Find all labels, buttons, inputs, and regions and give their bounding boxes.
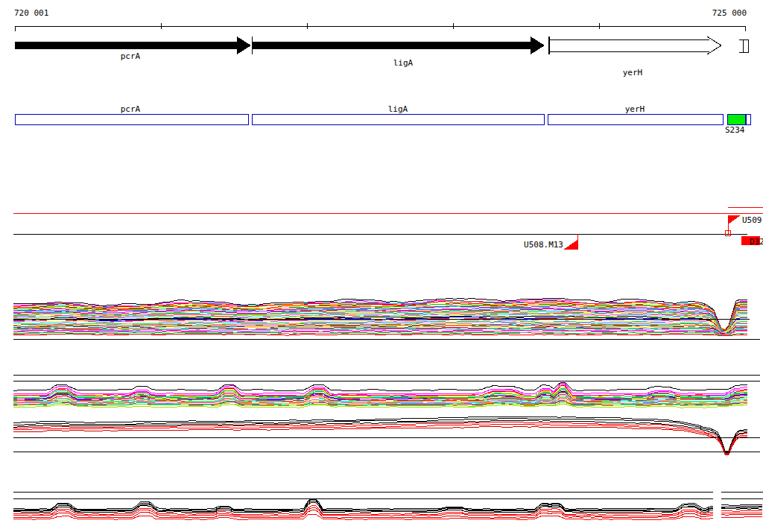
profile-line (13, 417, 747, 451)
expression-profile-band-2 (13, 375, 760, 408)
marker-label-u508: U508.M13 (522, 240, 563, 250)
ruler-start-coordinate: 720 001 (14, 8, 48, 18)
flag-icon (563, 240, 577, 250)
gene-arrow-ligA[interactable] (253, 37, 545, 54)
gene-arrow-yerH[interactable] (549, 37, 721, 54)
genome-browser-view: 720 001 725 000 pcrA ligA yerH pcrA ligA… (0, 0, 763, 532)
gene-box-pcrA[interactable] (15, 114, 248, 124)
insertion-label-s234: S234 (725, 125, 745, 135)
profile-line (13, 382, 747, 390)
expression-profile-band-1 (13, 298, 760, 339)
gene-box-S234[interactable] (727, 114, 745, 124)
gene-box-yerH[interactable] (548, 114, 723, 124)
marker-label-u509: U509. (742, 215, 763, 225)
marker-flag-0[interactable] (563, 234, 577, 250)
marker-flag-1[interactable] (725, 215, 741, 235)
gene-box-label-liga: ligA (376, 104, 420, 114)
profile-line (13, 420, 747, 453)
conservation-profile-2 (13, 492, 763, 519)
genome-browser-canvas (0, 0, 763, 532)
cursor-bar[interactable] (713, 478, 721, 532)
profile-line (13, 426, 747, 455)
gene-arrow-partial[interactable] (743, 39, 748, 52)
gene-arrow-label-pcra: pcrA (108, 51, 153, 61)
gene-arrow-label-liga: ligA (381, 58, 425, 68)
ruler-end-coordinate: 725 000 (706, 8, 747, 18)
gene-box-ligA[interactable] (252, 114, 544, 124)
conservation-profile-1 (13, 417, 760, 455)
gene-box-label-yerh: yerH (612, 104, 657, 114)
marker-label-d32: D32 (750, 237, 763, 247)
flag-icon (728, 215, 741, 224)
profile-line (13, 498, 762, 509)
gene-box-label-pcra: pcrA (108, 104, 153, 114)
gene-box-fragment[interactable] (746, 114, 750, 124)
gene-arrow-label-yerh: yerH (610, 68, 655, 77)
